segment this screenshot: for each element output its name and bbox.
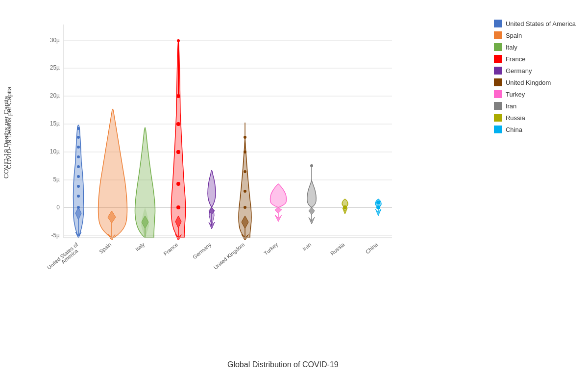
legend-label: France [506, 55, 525, 63]
svg-point-19 [77, 195, 80, 198]
svg-point-38 [176, 122, 180, 126]
legend-item: United Kingdom [494, 78, 576, 86]
svg-text:20µ: 20µ [50, 92, 60, 99]
legend-item: China [494, 126, 576, 133]
svg-text:10µ: 10µ [50, 148, 60, 155]
legend-color-box [494, 90, 502, 98]
legend-label: Italy [506, 44, 517, 51]
svg-point-51 [244, 170, 246, 173]
svg-point-42 [177, 39, 180, 42]
svg-text:5µ: 5µ [53, 176, 60, 183]
legend-item: Spain [494, 31, 576, 39]
legend-color-box [494, 43, 502, 51]
svg-point-49 [244, 206, 246, 209]
legend-color-box [494, 114, 502, 122]
svg-text:France: France [162, 241, 179, 256]
legend-item: France [494, 55, 576, 63]
svg-point-25 [77, 136, 80, 139]
legend-label: Spain [506, 32, 522, 39]
svg-text:China: China [365, 241, 379, 255]
svg-point-50 [244, 190, 246, 193]
legend-color-box [494, 20, 502, 27]
svg-text:Iran: Iran [301, 241, 312, 252]
legend-label: United Kingdom [506, 79, 551, 86]
svg-point-35 [176, 205, 180, 209]
svg-point-21 [77, 175, 80, 178]
legend-color-box [494, 67, 502, 75]
legend-item: United States of America [494, 20, 576, 27]
svg-marker-63 [309, 207, 315, 215]
legend-label: China [506, 126, 522, 133]
legend-item: Russia [494, 114, 576, 122]
y-axis-label: COVID-19 Deaths per Capita [2, 64, 10, 211]
svg-point-40 [176, 150, 180, 154]
legend-item: Italy [494, 43, 576, 51]
legend-color-box [494, 78, 502, 86]
svg-text:Germany: Germany [192, 241, 213, 260]
chart-container: COVID-19 Deaths per Capita -5µ [0, 0, 588, 378]
svg-text:30µ: 30µ [50, 37, 60, 44]
legend-color-box [494, 126, 502, 133]
svg-text:25µ: 25µ [50, 64, 60, 71]
svg-point-22 [77, 165, 80, 168]
legend: United States of AmericaSpainItalyFrance… [494, 20, 576, 137]
legend-item: Iran [494, 102, 576, 110]
svg-text:-5µ: -5µ [51, 232, 60, 239]
svg-text:Spain: Spain [98, 241, 112, 254]
legend-color-box [494, 102, 502, 110]
legend-item: Germany [494, 67, 576, 75]
svg-point-52 [244, 151, 246, 153]
svg-point-70 [376, 201, 380, 204]
svg-point-62 [310, 164, 313, 167]
svg-text:United Kingdom: United Kingdom [213, 241, 246, 271]
legend-label: Russia [506, 114, 525, 122]
main-chart-svg: -5µ 0 5µ 10µ 15µ 20µ 25µ 30µ [39, 15, 412, 279]
svg-point-36 [176, 182, 180, 186]
svg-point-24 [77, 146, 80, 149]
svg-text:Italy: Italy [134, 241, 146, 252]
legend-color-box [494, 55, 502, 63]
legend-label: United States of America [506, 20, 576, 27]
svg-point-26 [77, 127, 80, 130]
svg-text:0: 0 [56, 204, 60, 211]
legend-item: Turkey [494, 90, 576, 98]
chart-title: Global Distribution of COVID-19 [227, 360, 339, 369]
legend-label: Iran [506, 102, 516, 110]
legend-label: Germany [506, 67, 532, 75]
svg-text:Turkey: Turkey [263, 241, 279, 256]
legend-label: Turkey [506, 91, 525, 98]
legend-color-box [494, 31, 502, 39]
svg-point-20 [77, 185, 80, 188]
svg-point-23 [77, 155, 80, 158]
y-axis-label-container: COVID-19 Deaths per Capita [2, 59, 10, 206]
svg-text:Russia: Russia [329, 241, 346, 256]
svg-marker-58 [275, 207, 282, 213]
svg-text:15µ: 15µ [50, 120, 60, 127]
